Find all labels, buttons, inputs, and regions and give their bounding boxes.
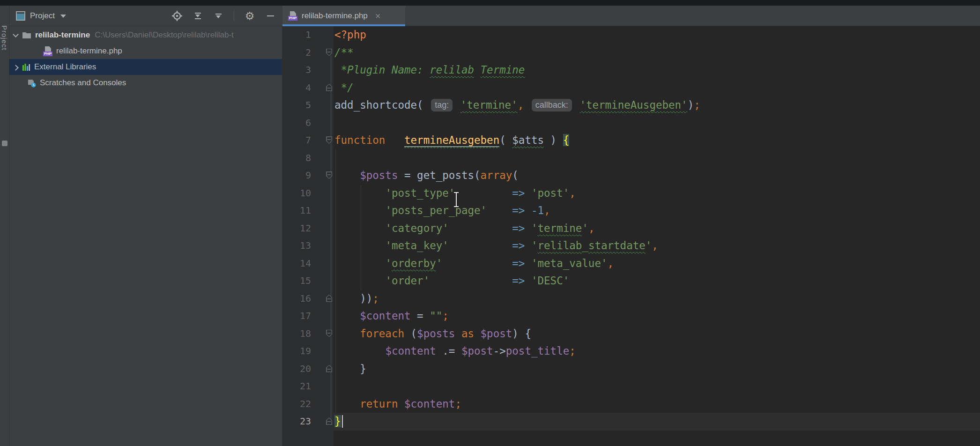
code-line[interactable]: 9 $posts = get_posts(array( — [282, 167, 980, 185]
code-line[interactable]: 17 $content = ""; — [282, 307, 980, 325]
hide-panel-button[interactable] — [265, 11, 275, 21]
fold-end-icon[interactable] — [326, 365, 332, 372]
code-text: 'order' => 'DESC' — [334, 272, 569, 290]
tree-item-path: C:\Users\Daniel\Desktop\relilab\relilab-… — [95, 30, 234, 40]
line-number: 16 — [282, 290, 311, 308]
line-number: 13 — [282, 237, 311, 255]
tree-item-label: External Libraries — [34, 62, 96, 72]
code-text: 'posts_per_page' => -1, — [334, 202, 550, 220]
line-number: 4 — [282, 79, 311, 97]
php-file-icon: PHP — [288, 11, 297, 21]
code-text: $content = ""; — [334, 307, 449, 325]
tree-row-php-file[interactable]: PHP relilab-termine.php — [9, 43, 282, 59]
code-text: foreach ($posts as $post) { — [334, 325, 531, 343]
chevron-expanded-icon[interactable] — [13, 31, 19, 37]
settings-gear-button[interactable]: ⚙ — [245, 11, 255, 21]
code-line[interactable]: 22 return $content; — [282, 395, 980, 413]
project-panel-header: Project ⚙ — [9, 6, 282, 26]
line-number: 8 — [282, 149, 311, 167]
php-file-icon: PHP — [43, 46, 52, 56]
expand-all-button[interactable] — [193, 11, 203, 21]
code-line[interactable]: 20 } — [282, 360, 980, 378]
code-line[interactable]: 2/** — [282, 44, 980, 62]
project-panel: Project ⚙ — [9, 6, 282, 446]
close-icon[interactable]: × — [375, 11, 381, 21]
line-number: 2 — [282, 44, 311, 62]
code-line[interactable]: 5add_shortcode( tag: 'termine', callback… — [282, 97, 980, 114]
code-line[interactable]: 19 $content .= $post->post_title; — [282, 342, 980, 360]
code-text: *Plugin Name: relilab Termine — [334, 61, 525, 79]
library-icon — [22, 63, 30, 71]
fold-start-icon[interactable] — [326, 49, 332, 56]
code-line[interactable]: 14 'orderby' => 'meta_value', — [282, 255, 980, 273]
tool-window-stripe-icon[interactable] — [2, 141, 7, 146]
code-line[interactable]: 10 'post_type' => 'post', — [282, 185, 980, 202]
code-text: 'category' => 'termine', — [334, 220, 594, 238]
code-text: $content .= $post->post_title; — [334, 342, 576, 360]
line-number: 6 — [282, 114, 311, 132]
code-line[interactable]: 3 *Plugin Name: relilab Termine — [282, 61, 980, 79]
line-number: 12 — [282, 220, 311, 238]
line-number: 15 — [282, 272, 311, 290]
code-line[interactable]: 8 — [282, 149, 980, 167]
code-text: */ — [334, 79, 354, 97]
line-number: 5 — [282, 97, 311, 114]
code-text: function termineAusgeben( $atts ) { — [334, 132, 569, 149]
tree-row-project-root[interactable]: relilab-termine C:\Users\Daniel\Desktop\… — [9, 27, 282, 43]
code-line[interactable]: 13 'meta_key' => 'relilab_startdate', — [282, 237, 980, 255]
line-number: 3 — [282, 61, 311, 79]
collapse-all-button[interactable] — [213, 11, 223, 21]
line-number: 20 — [282, 360, 311, 378]
line-number: 21 — [282, 378, 311, 395]
project-tree: relilab-termine C:\Users\Daniel\Desktop\… — [9, 26, 282, 91]
code-line[interactable]: 11 'posts_per_page' => -1, — [282, 202, 980, 220]
code-area[interactable]: 1<?php2/**3 *Plugin Name: relilab Termin… — [282, 26, 980, 446]
tree-row-external-libraries[interactable]: External Libraries — [9, 59, 282, 75]
code-line[interactable]: 1<?php — [282, 26, 980, 44]
chevron-down-icon[interactable] — [60, 15, 66, 18]
scratches-icon — [27, 79, 36, 88]
line-number: 9 — [282, 167, 311, 185]
code-line[interactable]: 6 — [282, 114, 980, 132]
line-number: 10 — [282, 185, 311, 202]
line-number: 11 — [282, 202, 311, 220]
line-number: 23 — [282, 413, 311, 431]
code-line[interactable]: 12 'category' => 'termine', — [282, 220, 980, 238]
tree-row-scratches[interactable]: Scratches and Consoles — [9, 75, 282, 91]
fold-start-icon[interactable] — [326, 171, 332, 179]
fold-start-icon[interactable] — [326, 136, 332, 144]
code-line[interactable]: 21 — [282, 378, 980, 395]
fold-end-icon[interactable] — [326, 417, 332, 425]
fold-end-icon[interactable] — [326, 295, 332, 302]
chevron-collapsed-icon[interactable] — [13, 65, 19, 71]
line-number: 1 — [282, 26, 311, 44]
line-number: 19 — [282, 342, 311, 360]
tab-label: relilab-termine.php — [302, 11, 368, 21]
line-number: 18 — [282, 325, 311, 343]
window-titlebar — [0, 0, 980, 6]
code-line[interactable]: 23} — [282, 413, 980, 431]
code-text: return $content; — [334, 395, 461, 413]
code-line[interactable]: 7function termineAusgeben( $atts ) { — [282, 132, 980, 149]
fold-end-icon[interactable] — [326, 84, 332, 91]
code-line[interactable]: 16 )); — [282, 290, 980, 308]
line-number: 17 — [282, 307, 311, 325]
project-stripe-button[interactable]: Project — [0, 25, 8, 51]
editor: PHP relilab-termine.php × 1<?php2/**3 *P… — [282, 6, 980, 446]
tool-window-stripe: Project — [0, 6, 9, 446]
code-text: $posts = get_posts(array( — [334, 167, 519, 185]
code-line[interactable]: 4 */ — [282, 79, 980, 97]
project-tool-window-icon — [16, 11, 25, 21]
mouse-cursor-ibeam — [453, 192, 460, 207]
folder-icon — [22, 31, 31, 39]
line-number: 7 — [282, 132, 311, 149]
code-text: /** — [334, 44, 354, 62]
tab-relilab-termine-php[interactable]: PHP relilab-termine.php × — [282, 6, 405, 26]
code-text: 'orderby' => 'meta_value', — [334, 255, 614, 273]
locate-file-button[interactable] — [172, 11, 182, 21]
fold-start-icon[interactable] — [326, 330, 332, 337]
code-line[interactable]: 18 foreach ($posts as $post) { — [282, 325, 980, 343]
line-number: 14 — [282, 255, 311, 273]
code-text: } — [334, 360, 366, 378]
code-line[interactable]: 15 'order' => 'DESC' — [282, 272, 980, 290]
